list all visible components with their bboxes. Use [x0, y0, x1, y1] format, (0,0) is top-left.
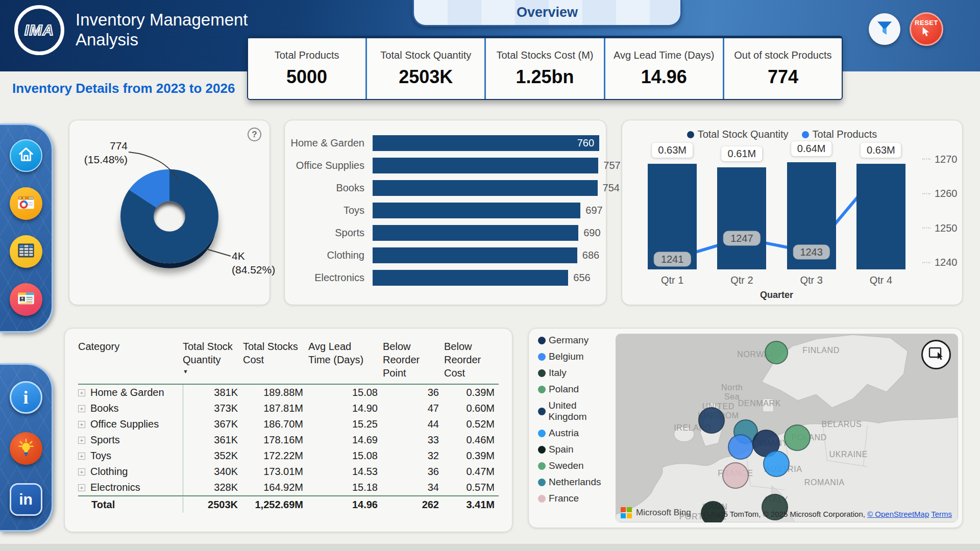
expand-row-icon[interactable]: + — [78, 389, 85, 396]
value-cell: 352K — [183, 448, 243, 464]
value-cell: 0.39M — [444, 450, 500, 462]
column-header[interactable]: Avg LeadTime (Days) — [308, 340, 383, 380]
map-legend-item-germany[interactable]: Germany — [538, 335, 616, 346]
map-legend-item-italy[interactable]: Italy — [538, 367, 616, 379]
expand-row-icon[interactable]: + — [78, 453, 85, 460]
map-bubble-belgium[interactable] — [728, 434, 753, 460]
sidebar-item-report-card[interactable] — [10, 283, 42, 316]
map-legend-item-belgium[interactable]: Belgium — [538, 351, 616, 362]
focus-mode-icon — [928, 347, 944, 362]
bar-value-label: 656 — [573, 272, 590, 284]
category-bar[interactable] — [373, 180, 598, 196]
out-of-stock-donut-card: ? 774 (15.48%) 4K (84.52%) — [69, 120, 270, 305]
combo-plot-area: 0.63M0.61M0.64M0.63M124112471243 — [638, 152, 916, 269]
category-bar[interactable] — [373, 203, 580, 218]
legend-dot — [538, 479, 546, 486]
map-area[interactable]: NORWAYFINLANDNorth SeaDENMARKUNITED KING… — [616, 334, 958, 522]
home-icon — [17, 145, 35, 166]
table-row[interactable]: +Clothing340K173.01M14.53360.47M — [78, 464, 499, 480]
column-header[interactable]: Total StocksCost — [243, 340, 308, 380]
kpi-value: 5000 — [286, 66, 327, 88]
help-icon[interactable]: ? — [248, 128, 261, 141]
column-value-label: 0.63M — [861, 143, 901, 158]
category-bar[interactable] — [373, 247, 577, 263]
category-bar[interactable] — [373, 135, 599, 151]
map-legend-item-netherlands[interactable]: Netherlands — [538, 477, 616, 488]
legend-total-products[interactable]: Total Products — [802, 129, 877, 140]
table-row[interactable]: +Electronics328K164.92M15.18340.57M — [78, 480, 499, 495]
reset-button[interactable]: RESET — [910, 12, 943, 46]
legend-label: Sweden — [549, 460, 584, 471]
table-row[interactable]: +Home & Garden381K189.88M15.08360.39M — [78, 385, 499, 400]
linkedin-icon: in — [19, 491, 33, 508]
combo-right-axis: 1270126012501240 — [922, 152, 961, 269]
expand-row-icon[interactable]: + — [78, 437, 85, 444]
bar-track: 760 — [373, 135, 601, 151]
filter-button[interactable] — [869, 13, 900, 45]
map-legend-item-poland[interactable]: Poland — [538, 384, 616, 395]
bar-value-label: 757 — [603, 160, 620, 171]
sidebar-item-home[interactable] — [10, 139, 42, 172]
page-subtitle: Inventory Details from 2023 to 2026 — [12, 81, 235, 96]
map-bubble-austria[interactable] — [763, 450, 790, 477]
map-bubble-united-kingdom[interactable] — [698, 407, 725, 434]
legend-dot — [538, 446, 546, 454]
lightbulb-icon — [17, 438, 35, 459]
right-axis-tick: 1240 — [922, 257, 958, 268]
value-cell: 189.88M — [243, 387, 308, 398]
sidebar-item-data-table[interactable] — [10, 235, 42, 268]
terms-link[interactable]: Terms — [931, 510, 952, 518]
map-bubble-poland[interactable] — [784, 424, 811, 451]
focus-mode-button[interactable] — [921, 340, 951, 369]
column-header[interactable]: BelowReorder Cost — [444, 340, 500, 380]
tick-label: 1250 — [935, 222, 958, 234]
map-legend-item-france[interactable]: France — [538, 493, 616, 504]
microsoft-bing-logo: Microsoft Bing — [621, 507, 691, 518]
category-bar[interactable] — [373, 225, 578, 241]
legend-label: Italy — [549, 367, 567, 379]
sidebar-item-info[interactable]: i — [10, 381, 42, 414]
sidebar-item-insights[interactable] — [10, 432, 42, 465]
bar-track: 656 — [373, 270, 601, 286]
table-row[interactable]: +Sports361K178.16M14.69330.46M — [78, 432, 499, 448]
legend-dot — [538, 353, 546, 361]
column-header[interactable]: BelowReorder Point — [383, 340, 444, 380]
map-legend-item-austria[interactable]: Austria — [538, 428, 616, 439]
kpi-total-stock-quantity: Total Stock Quantity 2503K — [365, 38, 484, 99]
sidebar-item-dashboard[interactable] — [10, 187, 42, 220]
quarter-column[interactable] — [856, 164, 905, 269]
donut-chart[interactable] — [120, 169, 218, 263]
microsoft-logo-icon — [621, 507, 632, 518]
legend-total-stock-quantity[interactable]: Total Stock Quantity — [687, 129, 789, 140]
table-row[interactable]: +Office Supplies367K186.70M15.25440.52M — [78, 416, 499, 432]
map-legend-item-spain[interactable]: Spain — [538, 444, 616, 455]
table-row[interactable]: +Toys352K172.22M15.08320.39M — [78, 448, 499, 464]
expand-row-icon[interactable]: + — [78, 405, 85, 412]
column-value-label: 0.63M — [652, 143, 693, 158]
category-name: Electronics — [90, 482, 140, 493]
bar-value-label: 690 — [583, 227, 600, 239]
value-cell: 373K — [183, 400, 243, 416]
column-header[interactable]: Total StockQuantity▼ — [183, 340, 243, 380]
legend-dot — [538, 369, 546, 377]
map-bubble-france[interactable] — [722, 462, 749, 489]
sidebar-item-linkedin[interactable]: in — [10, 483, 42, 516]
map-bubble-sweden[interactable] — [765, 341, 788, 364]
category-name: Books — [90, 403, 119, 414]
expand-row-icon[interactable]: + — [78, 468, 85, 475]
openstreetmap-link[interactable]: © OpenStreetMap — [867, 510, 929, 518]
tab-overview[interactable]: Overview — [412, 0, 682, 27]
category-bar[interactable] — [373, 270, 568, 286]
column-header[interactable]: Category — [78, 340, 183, 380]
expand-row-icon[interactable]: + — [78, 421, 85, 428]
table-row[interactable]: +Books373K187.81M14.90470.60M — [78, 400, 499, 416]
category-cell: +Home & Garden — [78, 387, 183, 398]
right-axis-tick: 1260 — [922, 188, 958, 199]
category-bar[interactable] — [373, 158, 598, 173]
expand-row-icon[interactable]: + — [78, 484, 85, 491]
header-line1: Category — [78, 340, 183, 353]
kpi-value: 2503K — [399, 66, 453, 88]
quarter-column[interactable] — [717, 167, 766, 269]
map-legend-item-sweden[interactable]: Sweden — [538, 460, 616, 471]
map-legend-item-united-kingdom[interactable]: United Kingdom — [538, 400, 616, 422]
